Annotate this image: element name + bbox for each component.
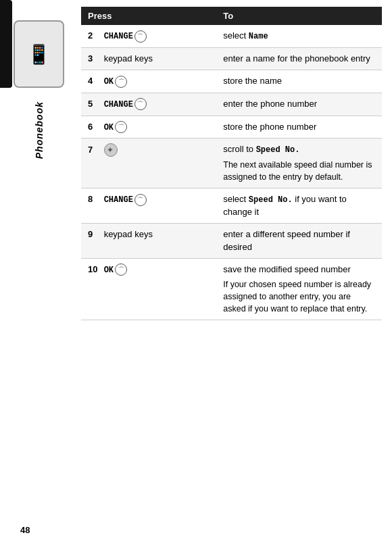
press-label: keypad keys	[104, 53, 153, 64]
page-number: 48	[20, 525, 30, 535]
table-row: 5 CHANGE⌒enter the phone number	[81, 93, 382, 116]
to-cell: store the phone number	[216, 116, 382, 139]
black-bar	[0, 0, 12, 88]
table-row: 9 keypad keysenter a different speed num…	[81, 224, 382, 258]
press-bold-label: OK	[104, 266, 114, 275]
row-number: 4	[88, 75, 101, 87]
to-header: To	[216, 7, 382, 25]
to-text: select Speed No. if you want to change i…	[223, 194, 347, 217]
press-bold-label: CHANGE	[104, 195, 133, 205]
table-header-row: Press To	[81, 7, 382, 25]
to-bold: Speed No.	[256, 145, 300, 155]
row-number: 5	[88, 98, 101, 110]
to-text: scroll to Speed No.	[223, 144, 299, 154]
tab-label: Phonebook	[34, 101, 45, 159]
button-icon: ⌒	[115, 76, 127, 88]
table-row: 2 CHANGE⌒select Name	[81, 25, 382, 47]
left-sidebar: Phonebook 48	[0, 0, 78, 552]
to-text: enter the phone number	[223, 99, 317, 109]
table-row: 8 CHANGE⌒select Speed No. if you want to…	[81, 189, 382, 224]
page-container: Phonebook 48 Press To 2 CHANGE⌒select Na…	[0, 0, 392, 552]
table-row: 7 scroll to Speed No.The next available …	[81, 139, 382, 189]
to-cell: store the name	[216, 70, 382, 93]
to-cell: select Name	[216, 25, 382, 47]
to-bold: Speed No.	[249, 195, 293, 205]
note-text: If your chosen speed number is already a…	[223, 278, 375, 315]
to-cell: select Speed No. if you want to change i…	[216, 189, 382, 224]
to-text: select Name	[223, 30, 268, 41]
button-icon: ⌒	[115, 264, 127, 276]
row-number: 3	[88, 53, 101, 65]
row-number: 7	[88, 144, 101, 156]
table-row: 4 OK⌒store the name	[81, 70, 382, 93]
table-row: 3 keypad keysenter a name for the phoneb…	[81, 47, 382, 70]
to-cell: enter a name for the phonebook entry	[216, 47, 382, 70]
to-text: enter a name for the phonebook entry	[223, 53, 370, 64]
to-text: store the name	[223, 76, 282, 86]
to-text: enter a different speed number if desire…	[223, 229, 350, 251]
press-label: keypad keys	[104, 229, 153, 239]
press-bold-label: CHANGE	[104, 100, 133, 109]
press-cell: 9 keypad keys	[81, 224, 216, 258]
row-number: 9	[88, 228, 101, 241]
main-content: Press To 2 CHANGE⌒select Name3 keypad ke…	[78, 0, 392, 552]
row-number: 2	[88, 30, 101, 42]
to-text: store the phone number	[223, 122, 316, 132]
row-number: 8	[88, 193, 101, 205]
nav-icon	[104, 143, 118, 157]
to-text: save the modified speed number	[223, 264, 351, 274]
press-header: Press	[81, 7, 216, 25]
press-cell: 3 keypad keys	[81, 47, 216, 70]
to-cell: save the modified speed numberIf your ch…	[216, 258, 382, 320]
note-text: The next available speed dial number is …	[223, 159, 375, 183]
to-cell: scroll to Speed No.The next available sp…	[216, 139, 382, 189]
to-bold: Name	[249, 32, 268, 41]
row-number: 10	[88, 264, 101, 276]
press-bold-label: CHANGE	[104, 32, 133, 41]
press-cell: 4 OK⌒	[81, 70, 216, 93]
row-number: 6	[88, 121, 101, 133]
press-cell: 6 OK⌒	[81, 116, 216, 139]
table-row: 10 OK⌒save the modified speed numberIf y…	[81, 258, 382, 320]
button-icon: ⌒	[134, 30, 147, 43]
press-cell: 2 CHANGE⌒	[81, 25, 216, 47]
press-bold-label: OK	[104, 123, 114, 132]
button-icon: ⌒	[134, 194, 147, 206]
to-cell: enter a different speed number if desire…	[216, 224, 382, 258]
press-cell: 8 CHANGE⌒	[81, 189, 216, 224]
press-cell: 10 OK⌒	[81, 258, 216, 320]
press-cell: 7	[81, 139, 216, 189]
press-cell: 5 CHANGE⌒	[81, 93, 216, 116]
press-bold-label: OK	[104, 77, 114, 86]
button-icon: ⌒	[134, 98, 147, 110]
to-cell: enter the phone number	[216, 93, 382, 116]
table-row: 6 OK⌒store the phone number	[81, 116, 382, 139]
instruction-table: Press To 2 CHANGE⌒select Name3 keypad ke…	[81, 7, 382, 320]
button-icon: ⌒	[115, 121, 127, 133]
phone-icon	[14, 20, 64, 88]
